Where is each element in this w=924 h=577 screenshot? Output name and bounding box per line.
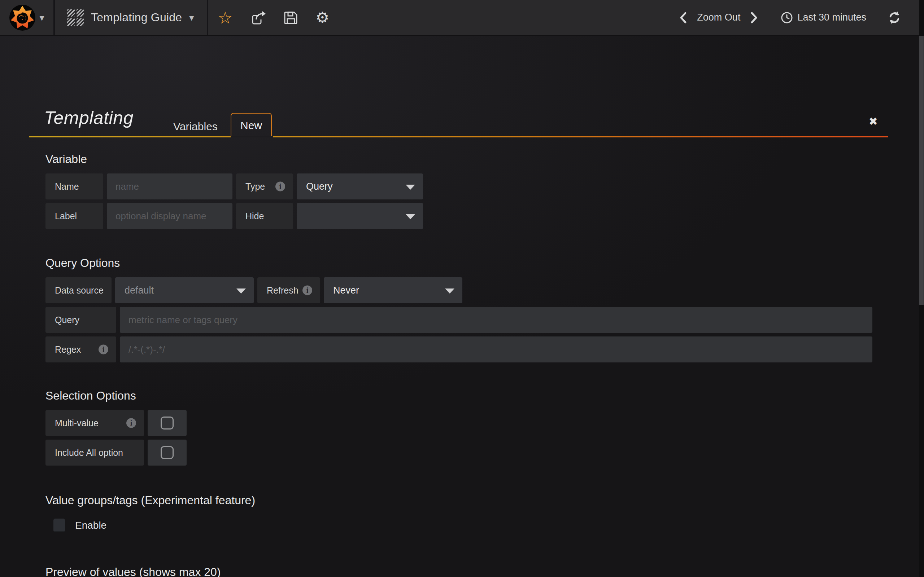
chevron-right-icon bbox=[750, 11, 758, 24]
info-icon[interactable]: i bbox=[126, 418, 136, 428]
save-icon bbox=[283, 10, 299, 25]
time-range-label: Last 30 minutes bbox=[797, 12, 866, 23]
tab-variables[interactable]: Variables bbox=[173, 121, 218, 133]
settings-button[interactable]: ⚙ bbox=[316, 10, 330, 25]
label-field-tile bbox=[107, 203, 233, 229]
checkbox-icon bbox=[161, 446, 174, 459]
scrollbar-thumb[interactable] bbox=[919, 36, 924, 305]
save-button[interactable] bbox=[283, 10, 299, 25]
select-caret-icon bbox=[406, 214, 415, 219]
chevron-left-icon bbox=[679, 11, 688, 24]
checkbox-icon bbox=[161, 416, 174, 429]
datasource-select[interactable]: default bbox=[115, 277, 254, 303]
include-all-row: Include All option bbox=[45, 440, 888, 466]
query-row: Query bbox=[45, 307, 888, 333]
time-forward-button[interactable] bbox=[750, 11, 758, 24]
close-icon[interactable]: ✖ bbox=[869, 116, 878, 127]
refresh-button[interactable] bbox=[887, 10, 901, 25]
grafana-logo-icon bbox=[9, 4, 36, 31]
enable-checkbox[interactable] bbox=[53, 519, 65, 532]
select-caret-icon bbox=[445, 288, 454, 293]
query-options-heading: Query Options bbox=[45, 256, 888, 270]
type-label: Type i bbox=[236, 174, 293, 200]
variable-name-row: Name Type i Query bbox=[45, 174, 888, 200]
share-icon bbox=[250, 10, 266, 26]
page-header: Templating Variables New ✖ bbox=[29, 36, 888, 137]
chevron-down-icon: ▾ bbox=[39, 13, 44, 23]
time-range-picker[interactable]: Last 30 minutes bbox=[781, 11, 866, 24]
name-input[interactable] bbox=[107, 174, 233, 200]
value-groups-heading: Value groups/tags (Experimental feature) bbox=[45, 494, 888, 507]
star-icon: ☆ bbox=[218, 10, 233, 26]
scrollbar-track[interactable] bbox=[919, 0, 924, 577]
refresh-label: Refresh i bbox=[257, 277, 320, 303]
name-label: Name bbox=[45, 174, 103, 200]
select-caret-icon bbox=[406, 185, 415, 190]
dashboard-picker[interactable]: Templating Guide ▾ bbox=[55, 0, 208, 35]
query-input[interactable] bbox=[120, 307, 872, 333]
dashboard-title: Templating Guide bbox=[91, 11, 182, 24]
header-underline bbox=[29, 136, 888, 137]
type-select[interactable]: Query bbox=[297, 174, 423, 200]
info-icon[interactable]: i bbox=[275, 182, 285, 192]
preview-heading: Preview of values (shows max 20) bbox=[45, 566, 888, 577]
page-title: Templating bbox=[44, 108, 134, 128]
query-label: Query bbox=[45, 307, 116, 333]
multi-value-label: Multi-value i bbox=[45, 410, 144, 436]
variable-label-row: Label Hide bbox=[45, 203, 888, 229]
info-icon[interactable]: i bbox=[302, 285, 312, 295]
include-all-label: Include All option bbox=[45, 440, 144, 466]
dashboard-grid-icon bbox=[67, 10, 84, 26]
include-all-checkbox[interactable] bbox=[148, 440, 187, 466]
time-back-button[interactable] bbox=[679, 11, 688, 24]
star-button[interactable]: ☆ bbox=[218, 10, 233, 26]
regex-row: Regex i bbox=[45, 337, 888, 363]
label-label: Label bbox=[45, 203, 103, 229]
clock-icon bbox=[781, 11, 793, 24]
refresh-select[interactable]: Never bbox=[324, 277, 462, 303]
name-field-tile bbox=[107, 174, 233, 200]
grafana-menu[interactable]: ▾ bbox=[0, 0, 55, 35]
navbar: ▾ Templating Guide ▾ ☆ bbox=[0, 0, 924, 36]
hide-select[interactable] bbox=[297, 203, 423, 229]
select-caret-icon bbox=[236, 288, 246, 293]
regex-label: Regex i bbox=[45, 337, 116, 363]
datasource-row: Data source default Refresh i Never bbox=[45, 277, 888, 303]
gear-icon: ⚙ bbox=[316, 10, 330, 25]
regex-field-tile bbox=[120, 337, 872, 363]
info-icon[interactable]: i bbox=[99, 345, 108, 355]
enable-label: Enable bbox=[75, 520, 107, 531]
regex-input[interactable] bbox=[120, 337, 872, 363]
underline-gap bbox=[231, 136, 273, 137]
hide-label: Hide bbox=[236, 203, 293, 229]
templating-editor: Templating Variables New ✖ Variable Name… bbox=[0, 36, 924, 577]
multi-value-checkbox[interactable] bbox=[148, 410, 187, 436]
variable-heading: Variable bbox=[45, 153, 888, 166]
query-field-tile bbox=[120, 307, 872, 333]
label-input[interactable] bbox=[107, 203, 233, 229]
multi-value-row: Multi-value i bbox=[45, 410, 888, 436]
refresh-icon bbox=[887, 10, 901, 25]
share-button[interactable] bbox=[250, 10, 266, 26]
selection-options-heading: Selection Options bbox=[45, 389, 888, 403]
tab-new[interactable]: New bbox=[231, 113, 272, 137]
enable-row: Enable bbox=[53, 519, 888, 532]
chevron-down-icon: ▾ bbox=[189, 13, 194, 23]
datasource-label: Data source bbox=[45, 277, 111, 303]
zoom-out-button[interactable]: Zoom Out bbox=[697, 12, 740, 23]
